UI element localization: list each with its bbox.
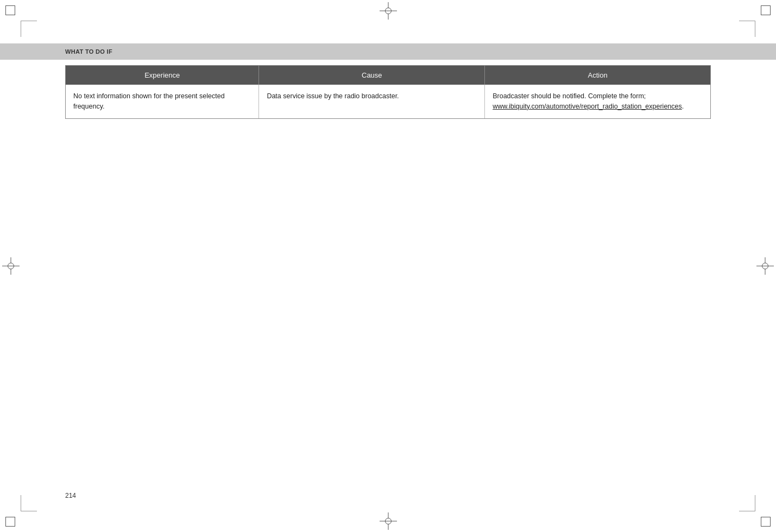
corner-mark-tl: [5, 5, 15, 15]
crosshair-left: [2, 257, 20, 275]
action-text-line1: Broadcaster should be notified. Complete…: [493, 92, 646, 100]
inner-corner-tr: [739, 21, 755, 37]
troubleshooting-table: Experience Cause Action No text informat…: [65, 65, 711, 119]
content-area: Experience Cause Action No text informat…: [65, 65, 711, 119]
cell-cause: Data service issue by the radio broadcas…: [259, 85, 485, 118]
page-number: 214: [65, 492, 76, 499]
corner-mark-bl: [5, 517, 15, 527]
header-experience: Experience: [66, 66, 259, 85]
inner-corner-br: [739, 495, 755, 511]
action-suffix: .: [682, 103, 684, 110]
inner-corner-tl: [21, 21, 37, 37]
header-cause: Cause: [259, 66, 485, 85]
corner-mark-tr: [761, 5, 771, 15]
crosshair-top: [380, 2, 397, 20]
table-row: No text information shown for the presen…: [66, 85, 711, 118]
crosshair-right: [756, 257, 774, 275]
section-header: WHAT TO DO IF: [0, 43, 776, 60]
corner-mark-br: [761, 517, 771, 527]
table-header-row: Experience Cause Action: [66, 66, 711, 85]
action-link[interactable]: www.ibiquity.com/automotive/report_radio…: [493, 103, 682, 110]
header-action: Action: [485, 66, 711, 85]
cell-experience: No text information shown for the presen…: [66, 85, 259, 118]
crosshair-bottom: [380, 512, 397, 530]
inner-corner-bl: [21, 495, 37, 511]
cell-action: Broadcaster should be notified. Complete…: [485, 85, 711, 118]
section-header-text: WHAT TO DO IF: [65, 48, 112, 55]
